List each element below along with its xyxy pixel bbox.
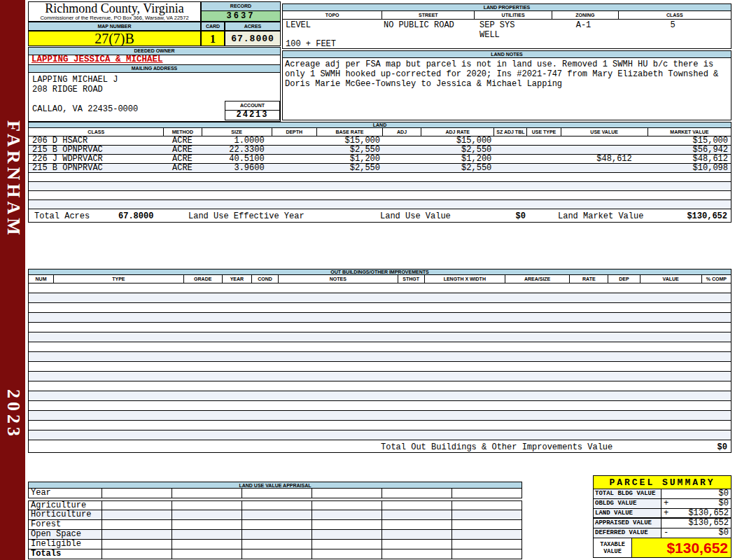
- land-table: LAND CLASS METHOD SIZE DEPTH BASE RATE A…: [28, 122, 732, 223]
- topo-value-2: 100 + FEET: [286, 39, 336, 49]
- land-empty-rows: [28, 173, 732, 209]
- empty-cell: [312, 530, 382, 540]
- cell-method: ACRE: [163, 136, 201, 145]
- row-label: TOTAL BLDG VALUE: [593, 489, 662, 499]
- cell-base-rate: $2,550: [316, 146, 382, 154]
- taxable-value-label: TAXABLE VALUE: [594, 538, 632, 557]
- binder-spine: FARNHAM 2023: [0, 0, 25, 560]
- col-sz-adj-tbl: SZ ADJ TBL: [493, 128, 526, 136]
- col-class: CLASS: [29, 128, 163, 136]
- empty-cell: [242, 489, 312, 498]
- empty-cell: [382, 489, 452, 498]
- zoning-value: A-1: [550, 20, 617, 30]
- taxable-value: $130,652: [632, 538, 731, 557]
- district-label: FARNHAM: [3, 120, 24, 239]
- col-grade: GRADE: [183, 275, 222, 283]
- empty-cell: [242, 550, 312, 559]
- empty-row: [28, 303, 732, 313]
- empty-cell: [312, 520, 382, 530]
- empty-cell: [382, 510, 452, 520]
- empty-row: [28, 284, 732, 293]
- utilities-value-2: WELL: [479, 30, 500, 40]
- account-value: 24213: [225, 111, 279, 120]
- taxable-label-line1: TAXABLE: [600, 541, 625, 548]
- cell-market-value: $48,612: [648, 155, 731, 163]
- row-amount: $0: [719, 489, 729, 498]
- total-acres-value: 67.8000: [118, 211, 153, 221]
- empty-row: [28, 332, 732, 342]
- land-properties-values: LEVEL NO PUBLIC ROAD SEP SYS WELL A-1 5 …: [283, 20, 731, 48]
- summary-row-land-value: LAND VALUE +$130,652: [593, 509, 732, 519]
- land-row: 226 J WDPRVACR ACRE 40.5100 $1,200 $1,20…: [28, 155, 732, 164]
- empty-cell: [382, 530, 452, 540]
- land-use-value: $0: [480, 211, 526, 221]
- class-value: 5: [617, 20, 729, 30]
- cell-market-value: $15,000: [648, 136, 731, 145]
- col-adj: ADJ: [382, 128, 421, 136]
- cell-adj-rate: $2,550: [421, 146, 493, 154]
- row-label: LAND VALUE: [593, 509, 662, 519]
- empty-cell: [312, 540, 382, 550]
- row-label: Forest: [29, 520, 102, 530]
- cell-method: ACRE: [163, 146, 201, 154]
- empty-cell: [172, 520, 242, 530]
- empty-row: [28, 182, 732, 191]
- empty-cell: [102, 550, 172, 559]
- empty-cell: [242, 500, 312, 510]
- land-table-title: LAND: [28, 122, 732, 128]
- county-header: Richmond County, Virginia Commissioner o…: [28, 1, 201, 22]
- county-subtitle: Commissioner of the Revenue, PO Box 366,…: [29, 15, 200, 21]
- address-line-2: 208 RIDGE ROAD: [32, 85, 103, 94]
- cell-market-value: $56,942: [648, 146, 731, 154]
- land-totals-row: Total Acres 67.8000 Land Use Effective Y…: [28, 209, 732, 223]
- col-value: VALUE: [640, 275, 701, 283]
- summary-row-total-bldg: TOTAL BLDG VALUE $0: [593, 489, 732, 499]
- col-use-value: USE VALUE: [561, 128, 648, 136]
- empty-row: [28, 411, 732, 421]
- col-base-rate: BASE RATE: [316, 128, 382, 136]
- empty-cell: [452, 510, 522, 520]
- out-buildings-total-label: Total Out Buildings & Other Improvements…: [381, 442, 612, 452]
- empty-row: [28, 191, 732, 200]
- empty-cell: [172, 540, 242, 550]
- empty-cell: [102, 540, 172, 550]
- cell-class: 226 J WDPRVACR: [29, 155, 163, 163]
- summary-row-obldg: OBLDG VALUE +$0: [593, 499, 732, 509]
- record-box: RECORD 3637: [201, 1, 281, 22]
- empty-cell: [102, 510, 172, 520]
- col-zoning: ZONING: [552, 11, 618, 19]
- empty-row: [28, 173, 732, 182]
- address-line-3: CALLAO, VA 22435-0000: [32, 104, 138, 114]
- owner-panel: DEEDED OWNER LAPPING JESSICA & MICHAEL M…: [28, 47, 281, 122]
- col-class: CLASS: [618, 11, 731, 19]
- appraisal-row-horticulture: Horticulture: [28, 510, 522, 520]
- row-label: DEFERRED VALUE: [593, 528, 662, 538]
- row-amount: $0: [719, 498, 729, 508]
- tax-year-label: 2023: [3, 389, 24, 440]
- out-buildings-header: NUM TYPE GRADE YEAR COND NOTES STHGT LEN…: [28, 275, 732, 284]
- empty-row: [28, 430, 732, 440]
- land-use-appraisal-title: LAND USE VALUE APPRAISAL: [28, 482, 522, 489]
- empty-cell: [452, 520, 522, 530]
- utilities-value-1: SEP SYS: [479, 20, 514, 30]
- cell-base-rate: $2,550: [316, 164, 382, 172]
- map-number-label: MAP NUMBER: [28, 22, 201, 31]
- topo-value: LEVEL: [286, 20, 311, 30]
- row-amount: $0: [719, 528, 729, 538]
- acres-label: ACRES: [225, 22, 281, 31]
- col-year: YEAR: [222, 275, 251, 283]
- cell-size: 1.0000: [201, 136, 271, 145]
- land-notes-title: LAND NOTES: [283, 51, 731, 58]
- empty-row: [28, 382, 732, 391]
- empty-cell: [172, 500, 242, 510]
- col-market-value: MARKET VALUE: [648, 128, 731, 136]
- appraisal-row-open-space: Open Space: [28, 530, 522, 540]
- land-market-value: $130,652: [687, 211, 727, 221]
- row-amount: $130,652: [688, 508, 729, 518]
- cell-class: 215 B OPNPRVAC: [29, 164, 163, 172]
- cell-class: 215 B OPNPRVAC: [29, 146, 163, 154]
- row-value: -$0: [662, 528, 732, 538]
- appraisal-row-totals: Totals: [28, 550, 522, 559]
- appraisal-row-ineligible: Ineligible: [28, 540, 522, 550]
- empty-cell: [242, 510, 312, 520]
